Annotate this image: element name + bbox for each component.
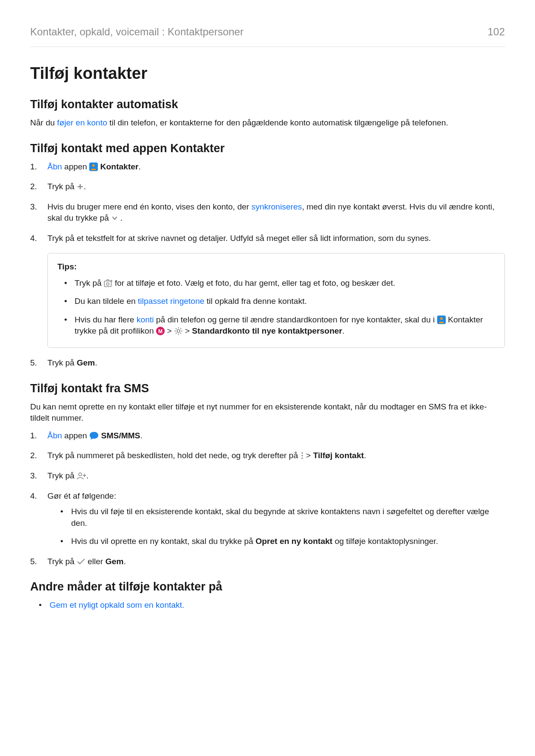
add-photo-icon — [104, 279, 113, 287]
svg-line-18 — [180, 333, 181, 334]
section-contacts-app-steps: Åbn appen Kontakter. Tryk på . Hvis du b… — [30, 161, 505, 244]
plus-icon — [77, 183, 84, 190]
custom-ringtone-link[interactable]: tilpasset ringetone — [138, 297, 204, 306]
list-item: Tryk på . — [30, 470, 505, 482]
svg-point-5 — [106, 283, 109, 285]
section-sms-heading: Tilføj kontakt fra SMS — [30, 382, 505, 395]
messages-app-icon — [89, 431, 99, 440]
sync-link[interactable]: synkroniseres — [251, 202, 302, 211]
svg-rect-4 — [104, 281, 111, 287]
tips-box: Tips: Tryk på for at tilføje et foto. Væ… — [47, 253, 505, 348]
list-item: Tryk på et tekstfelt for at skrive navne… — [30, 233, 505, 244]
messages-app-name: SMS/MMS — [101, 431, 141, 440]
page-title: Tilføj kontakter — [30, 64, 505, 83]
section-auto-paragraph: Når du føjer en konto til din telefon, e… — [30, 117, 505, 129]
list-item: Åbn appen Kontakter. — [30, 161, 505, 173]
save-label: Gem — [105, 557, 123, 566]
svg-point-1 — [92, 164, 95, 167]
contacts-app-icon — [89, 162, 98, 171]
page-header: Kontakter, opkald, voicemail : Kontaktpe… — [30, 26, 505, 38]
section-sms-intro: Du kan nemt oprette en ny kontakt eller … — [30, 401, 505, 424]
profile-m-icon: M — [156, 327, 165, 335]
svg-text:M: M — [158, 328, 163, 334]
svg-point-23 — [301, 458, 303, 459]
svg-line-20 — [180, 328, 181, 329]
add-contact-label: Tilføj kontakt — [313, 451, 364, 460]
gear-icon — [174, 327, 183, 335]
list-item: Gem et nyligt opkald som en kontakt. — [26, 600, 505, 611]
section-contacts-app-heading: Tilføj kontakt med appen Kontakter — [30, 142, 505, 155]
sub-options-list: Hvis du vil føje til en eksisterende kon… — [47, 506, 505, 547]
other-ways-list: Gem et nyligt opkald som en kontakt. — [26, 600, 505, 611]
page-number: 102 — [488, 26, 505, 38]
list-item: Gør ét af følgende: Hvis du vil føje til… — [30, 490, 505, 547]
save-recent-call-link[interactable]: Gem et nyligt opkald som en kontakt. — [50, 600, 185, 609]
check-icon — [77, 559, 85, 565]
open-link[interactable]: Åbn — [47, 162, 62, 171]
section-sms-steps: Åbn appen SMS/MMS. Tryk på nummeret på b… — [30, 430, 505, 568]
svg-point-12 — [177, 330, 179, 332]
list-item: Tryk på . — [30, 181, 505, 193]
svg-point-9 — [440, 317, 443, 320]
contacts-app-icon — [437, 316, 446, 324]
open-link[interactable]: Åbn — [47, 431, 62, 440]
breadcrumb: Kontakter, opkald, voicemail : Kontaktpe… — [30, 26, 244, 38]
svg-line-19 — [175, 333, 176, 334]
add-account-link[interactable]: føjer en konto — [57, 118, 107, 127]
svg-point-22 — [301, 455, 303, 456]
list-item: Tryk på for at tilføje et foto. Vælg et … — [57, 278, 495, 289]
list-item: Hvis du vil oprette en ny kontakt, skal … — [47, 536, 505, 547]
person-add-icon — [77, 472, 86, 480]
contacts-app-name: Kontakter — [100, 162, 139, 171]
list-item: Hvis du har flere konti på din telefon o… — [57, 314, 495, 337]
list-item: Tryk på nummeret på beskedlisten, hold d… — [30, 450, 505, 462]
tips-title: Tips: — [57, 262, 495, 272]
list-item: Tryk på Gem. — [30, 357, 505, 369]
save-label: Gem — [77, 358, 95, 367]
list-item: Hvis du vil føje til en eksisterende kon… — [47, 506, 505, 529]
default-account-label: Standardkonto til nye kontaktpersoner — [192, 326, 342, 335]
svg-point-21 — [301, 453, 303, 454]
list-item: Hvis du bruger mere end én konto, vises … — [30, 201, 505, 224]
section-contacts-app-steps-cont: Tryk på Gem. — [30, 357, 505, 369]
more-vert-icon — [300, 452, 304, 459]
tips-list: Tryk på for at tilføje et foto. Vælg et … — [57, 278, 495, 337]
accounts-link[interactable]: konti — [137, 315, 154, 324]
section-auto-heading: Tilføj kontakter automatisk — [30, 98, 505, 111]
list-item: Du kan tildele en tilpasset ringetone ti… — [57, 296, 495, 307]
create-new-contact-label: Opret en ny kontakt — [256, 537, 332, 546]
chevron-down-icon — [111, 215, 118, 221]
list-item: Tryk på eller Gem. — [30, 556, 505, 568]
list-item: Åbn appen SMS/MMS. — [30, 430, 505, 442]
svg-point-24 — [78, 473, 81, 476]
header-divider — [30, 47, 505, 47]
svg-line-17 — [175, 328, 176, 329]
section-other-ways-heading: Andre måder at tilføje kontakter på — [30, 580, 505, 594]
